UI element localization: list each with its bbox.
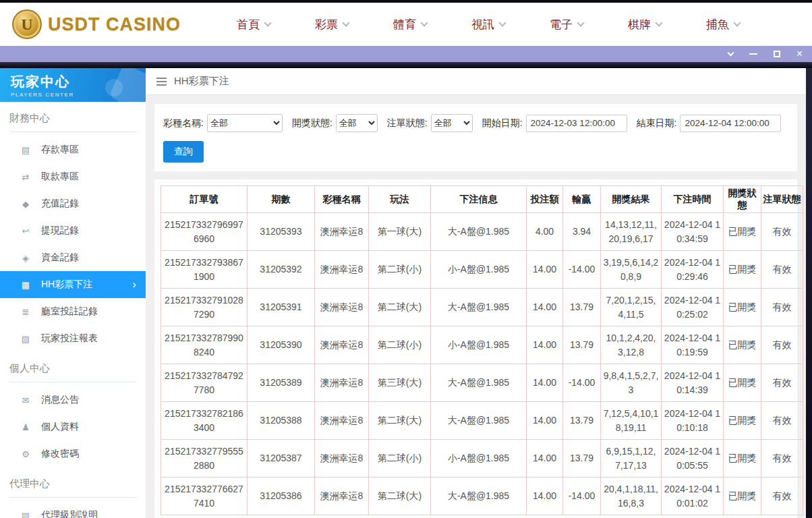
logo-coin-icon: U <box>12 9 42 39</box>
logo[interactable]: U USDT CASINO <box>12 9 181 39</box>
chevron-down-icon <box>577 19 584 26</box>
nav-item-lottery[interactable]: 彩票 <box>293 3 371 46</box>
table-cell: 已開獎 <box>724 326 761 364</box>
nav-item-fishing[interactable]: 捕魚 <box>684 3 762 46</box>
page-title: HH彩票下注 <box>174 75 229 88</box>
table-cell: 13.79 <box>563 402 601 440</box>
nav-item-home[interactable]: 首頁 <box>214 3 293 46</box>
table-cell: 大-A盤@1.985 <box>431 402 527 440</box>
nav-item-slots[interactable]: 電子 <box>527 3 606 46</box>
sidebar-item-label: 提現記錄 <box>41 225 79 237</box>
table-cell: 2024-12-04 10:25:02 <box>662 289 724 326</box>
column-header: 期數 <box>248 186 315 213</box>
agent-info-icon: ▧ <box>20 511 31 518</box>
start-date-label: 開始日期: <box>482 117 523 130</box>
table-cell: 已開獎 <box>724 402 761 440</box>
order-status-filter-label: 注單狀態: <box>387 117 428 130</box>
maximize-button[interactable] <box>774 51 780 57</box>
draw-status-select[interactable]: 全部 <box>336 114 378 132</box>
sidebar-item-funds-records[interactable]: ◈資金記錄 <box>0 244 146 271</box>
end-date-label: 結束日期: <box>637 117 677 130</box>
menu-toggle-icon[interactable] <box>156 78 167 86</box>
chevron-down-icon <box>420 19 428 26</box>
table-cell: 6,9,15,1,12,7,17,13 <box>601 440 662 478</box>
order-status-select[interactable]: 全部 <box>431 114 473 132</box>
window-chevron-down-icon[interactable] <box>727 49 734 56</box>
table-cell: 13.79 <box>563 440 601 478</box>
table-row: 215217332776627741031205386澳洲幸运8第二球(大)大-… <box>161 478 803 515</box>
table-cell: 有效 <box>761 440 803 478</box>
column-header: 下注時間 <box>662 186 724 213</box>
sidebar-header: 玩家中心 PLAYERS CENTER <box>0 68 146 102</box>
table-cell: 大-A盤@1.985 <box>431 478 527 515</box>
chevron-down-icon <box>264 19 271 26</box>
table-cell: 澳洲幸运8 <box>315 402 369 440</box>
column-header: 訂單號 <box>161 186 248 213</box>
table-cell: 14.00 <box>527 478 563 515</box>
table-cell: 13.79 <box>563 326 601 364</box>
draw-status-filter-label: 開獎狀態: <box>292 117 332 130</box>
nav-item-chess-cards[interactable]: 棋牌 <box>606 3 684 46</box>
search-button[interactable]: 查詢 <box>163 141 204 163</box>
sidebar-item-recharge-records[interactable]: ◆充值記錄 <box>0 190 146 217</box>
table-cell: 已開獎 <box>724 213 761 251</box>
nav-item-sports[interactable]: 體育 <box>371 3 449 46</box>
room-bet-record-icon: ≣ <box>20 307 31 317</box>
table-cell: 已開獎 <box>724 289 761 326</box>
end-date-input[interactable] <box>680 115 781 132</box>
column-header: 注單狀態 <box>761 186 803 213</box>
sidebar-item-player-bet-report[interactable]: ▨玩家投注報表 <box>0 325 146 352</box>
table-cell: 第二球(小) <box>369 440 431 478</box>
sidebar-item-announcements[interactable]: ✉消息公告 <box>0 386 146 413</box>
table-cell: 澳洲幸运8 <box>315 326 369 364</box>
sidebar-item-profile[interactable]: ♟個人資料 <box>0 413 146 440</box>
lottery-filter-label: 彩種名稱: <box>163 117 204 130</box>
sidebar-item-deposit-area[interactable]: ▤存款專區 <box>0 136 146 163</box>
table-cell: -14.00 <box>563 251 601 289</box>
section-title: 財務中心 <box>9 112 136 132</box>
withdraw-icon: ⇄ <box>20 172 31 182</box>
close-button[interactable]: × <box>796 49 803 59</box>
nav-item-label: 棋牌 <box>628 17 651 32</box>
table-cell: 澳洲幸运8 <box>315 251 369 289</box>
table-cell: 14.00 <box>527 326 563 364</box>
sidebar-item-withdrawal-area[interactable]: ⇄取款專區 <box>0 163 146 190</box>
lottery-select[interactable]: 全部 <box>207 114 283 132</box>
table-cell: -14.00 <box>563 478 601 515</box>
table-row: 215217332793867190031205392澳洲幸运8第二球(小)小-… <box>161 251 803 289</box>
table-cell: 31205391 <box>248 289 315 326</box>
sidebar: 玩家中心 PLAYERS CENTER 財務中心▤存款專區⇄取款專區◆充值記錄↩… <box>0 68 146 518</box>
table-cell: 2152173327969976960 <box>161 213 248 251</box>
sidebar-item-room-bet-records[interactable]: ≣廳室投註記錄 <box>0 298 146 325</box>
content-row: 玩家中心 PLAYERS CENTER 財務中心▤存款專區⇄取款專區◆充值記錄↩… <box>0 68 812 518</box>
nav-item-label: 首頁 <box>237 17 260 32</box>
table-cell: 3,19,5,6,14,20,8,9 <box>601 251 662 289</box>
start-date-input[interactable] <box>526 115 627 132</box>
sidebar-item-hh-lottery-bets[interactable]: ▦HH彩票下注› <box>0 271 146 298</box>
table-cell: 有效 <box>761 478 803 515</box>
table-cell: 澳洲幸运8 <box>315 289 369 326</box>
lottery-bet-icon: ▦ <box>20 280 31 290</box>
table-cell: 第二球(小) <box>369 251 431 289</box>
table-cell: 2152173327910287290 <box>161 289 248 326</box>
minimize-button[interactable] <box>749 53 757 55</box>
breadcrumb: HH彩票下注 <box>146 68 806 95</box>
sidebar-item-change-password[interactable]: ⚙修改密碼 <box>0 440 146 467</box>
nav-item-live-video[interactable]: 視訊 <box>449 3 527 46</box>
table-row: 215217332796997696031205393澳洲幸运8第一球(大)大-… <box>161 213 803 251</box>
table-cell: 有效 <box>761 213 803 251</box>
table-row: 215217332791028729031205391澳洲幸运8第二球(大)大-… <box>161 289 803 326</box>
sidebar-item-agent-level-info[interactable]: ▧代理級別說明 <box>0 502 146 518</box>
section-title: 代理中心 <box>9 478 136 498</box>
sidebar-item-label: 修改密碼 <box>41 448 79 460</box>
table-cell: 13.79 <box>563 289 601 326</box>
main-nav: 首頁彩票體育視訊電子棋牌捕魚 <box>214 3 762 46</box>
sidebar-item-label: 存款專區 <box>41 144 79 156</box>
sidebar-item-withdrawal-records[interactable]: ↩提現記錄 <box>0 217 146 244</box>
window-titlebar: × <box>0 46 812 62</box>
table-cell: 第二球(大) <box>369 478 431 515</box>
table-cell: 20,4,1,18,11,16,8,3 <box>601 478 662 515</box>
nav-item-label: 體育 <box>393 17 416 32</box>
table-cell: 澳洲幸运8 <box>315 478 369 515</box>
deposit-icon: ▤ <box>20 145 31 155</box>
